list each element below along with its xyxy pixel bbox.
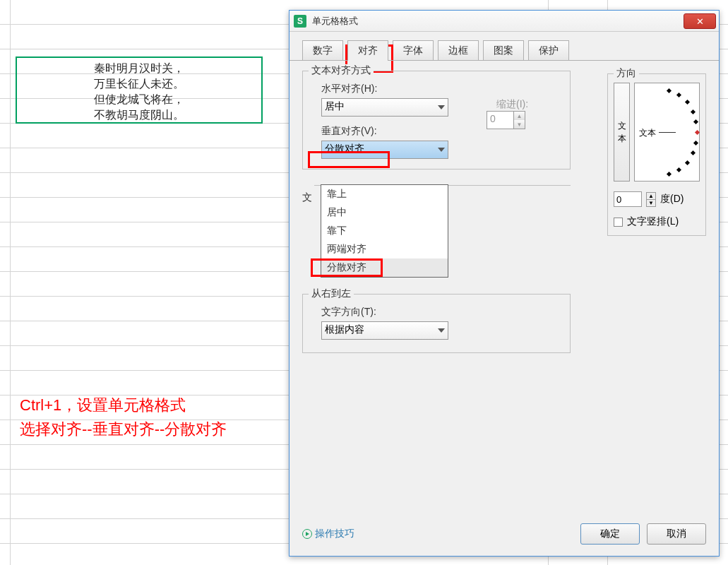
orientation-text-label: 文本 [639,127,656,139]
degree-label: 度(D) [660,193,684,206]
play-icon [302,529,312,539]
orientation-line [659,132,676,133]
horiz-align-label: 水平对齐(H): [321,83,561,95]
tab-number[interactable]: 数字 [302,40,343,61]
degree-down-icon[interactable]: ▼ [646,200,656,207]
spinner-up-icon[interactable]: ▲ [513,112,525,120]
text-align-fieldset: 文本对齐方式 水平对齐(H): 居中 缩进(I): 0 ▲▼ 垂直对齐(V): … [302,71,571,170]
vert-option-center[interactable]: 居中 [321,203,448,222]
instruction-line-2: 选择对齐--垂直对齐--分散对齐 [20,417,227,441]
chevron-down-icon [438,148,445,152]
vertical-text-checkbox[interactable] [614,218,623,227]
rtl-fieldset: 从右到左 文字方向(T): 根据内容 [302,294,571,353]
tab-align[interactable]: 对齐 [347,40,388,61]
vert-option-justify[interactable]: 两端对齐 [321,240,448,258]
dialog-titlebar[interactable]: S 单元格格式 ✕ [290,11,719,32]
text-dir-value: 根据内容 [325,323,364,335]
horiz-align-select[interactable]: 居中 [321,98,448,117]
vert-option-bottom[interactable]: 靠下 [321,222,448,240]
chevron-down-icon [438,328,445,333]
poem-line-1: 秦时明月汉时关， [17,61,261,76]
text-dir-label: 文字方向(T): [321,306,561,319]
dialog-footer: 操作技巧 确定 取消 [302,523,706,545]
poem-line-3: 但使龙城飞将在， [17,92,261,107]
tab-protect[interactable]: 保护 [528,40,569,61]
instruction-text: Ctrl+1，设置单元格格式 选择对齐--垂直对齐--分散对齐 [20,393,227,441]
chevron-down-icon [438,105,445,109]
vert-align-select[interactable]: 分散对齐 [321,141,448,159]
instruction-line-1: Ctrl+1，设置单元格格式 [20,393,227,417]
rtl-legend: 从右到左 [309,287,354,300]
vert-align-value: 分散对齐 [325,143,364,154]
tips-link[interactable]: 操作技巧 [302,528,354,540]
vertical-text-label: 文字竖排(L) [627,215,679,228]
close-button[interactable]: ✕ [684,13,716,29]
vert-align-label: 垂直对齐(V): [321,125,561,138]
tab-pattern[interactable]: 图案 [483,40,524,61]
degree-up-icon[interactable]: ▲ [646,192,656,200]
text-align-legend: 文本对齐方式 [309,64,374,77]
horiz-align-value: 居中 [325,100,345,112]
indent-spinner[interactable]: 0 ▲▼ [487,111,525,129]
tab-font[interactable]: 字体 [393,40,434,61]
ok-button[interactable]: 确定 [580,523,640,545]
orientation-dial[interactable]: 文本 [634,83,700,182]
tab-border[interactable]: 边框 [438,40,479,61]
dialog-title: 单元格格式 [312,15,358,28]
indent-label: 缩进(I): [496,98,528,111]
vert-option-distributed[interactable]: 分散对齐 [321,258,448,277]
tab-bar: 数字 对齐 字体 边框 图案 保护 [302,40,719,61]
text-control-partial-label: 文 [302,191,312,204]
cell-format-dialog: S 单元格格式 ✕ 数字 对齐 字体 边框 图案 保护 文本对齐方式 水平对齐(… [289,10,720,557]
degree-input[interactable] [614,191,642,207]
direction-fieldset: 方向 文本 文本 [607,73,706,236]
poem-line-4: 不教胡马度阴山。 [17,107,261,123]
spinner-down-icon[interactable]: ▼ [513,120,525,129]
panel-body: 文本对齐方式 水平对齐(H): 居中 缩进(I): 0 ▲▼ 垂直对齐(V): … [290,60,719,519]
tips-label: 操作技巧 [315,528,354,540]
text-dir-select[interactable]: 根据内容 [321,321,448,340]
vert-option-top[interactable]: 靠上 [321,185,448,203]
cancel-button[interactable]: 取消 [647,523,706,545]
selected-cell[interactable]: 秦时明月汉时关， 万里长征人未还。 但使龙城飞将在， 不教胡马度阴山。 [16,56,263,124]
app-icon: S [294,15,306,28]
direction-legend: 方向 [614,67,639,80]
indent-value: 0 [490,113,496,124]
orientation-vertical-button[interactable]: 文本 [614,83,630,182]
poem-line-2: 万里长征人未还。 [17,76,261,92]
vert-align-dropdown: 靠上 居中 靠下 两端对齐 分散对齐 [321,184,448,278]
close-icon: ✕ [696,16,704,27]
orientation-vertical-label: 文本 [618,119,626,145]
